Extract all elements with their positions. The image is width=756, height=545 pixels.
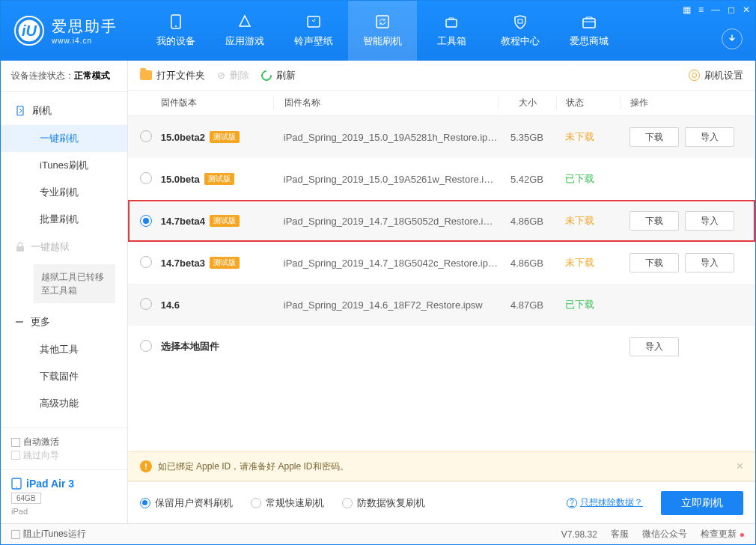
version-label: V7.98.32	[561, 529, 597, 540]
skin-icon[interactable]: ▦	[683, 4, 691, 15]
nav-icon	[236, 13, 254, 30]
delete-button[interactable]: ⊘删除	[217, 69, 249, 82]
erase-data-link[interactable]: ?只想抹除数据？	[567, 496, 643, 509]
flash-icon	[16, 106, 26, 116]
row-status: 未下载	[556, 256, 621, 270]
row-radio[interactable]	[140, 340, 152, 352]
svg-rect-3	[377, 16, 388, 28]
sidebar-flash-item[interactable]: 一键刷机	[1, 125, 127, 152]
firmware-row[interactable]: 14.7beta4测试版iPad_Spring_2019_14.7_18G505…	[128, 200, 755, 242]
row-status: 未下载	[556, 214, 621, 228]
row-status: 已下载	[556, 172, 621, 186]
beta-badge: 测试版	[210, 215, 240, 227]
skip-guide-checkbox[interactable]: 跳过向导	[11, 449, 59, 462]
svg-rect-4	[446, 19, 457, 27]
block-itunes-label: 阻止iTunes运行	[23, 528, 86, 541]
svg-point-10	[16, 487, 17, 488]
download-button[interactable]: 下载	[630, 253, 679, 272]
import-button[interactable]: 导入	[685, 253, 734, 272]
status-label: 设备连接状态：	[11, 70, 74, 81]
sidebar-more-item[interactable]: 其他工具	[1, 336, 127, 363]
beta-badge: 测试版	[204, 173, 234, 185]
choose-local-row[interactable]: 选择本地固件导入	[128, 326, 755, 368]
sidebar-flash-item[interactable]: iTunes刷机	[1, 152, 127, 179]
customer-service-link[interactable]: 客服	[611, 528, 629, 541]
col-version: 固件版本	[161, 97, 273, 109]
brand-logo: iU 爱思助手 www.i4.cn	[1, 16, 131, 46]
sidebar-flash-item[interactable]: 批量刷机	[1, 206, 127, 233]
lock-icon	[16, 242, 25, 252]
firmware-row[interactable]: 14.7beta3测试版iPad_Spring_2019_14.7_18G504…	[128, 242, 755, 284]
row-size: 4.86GB	[498, 258, 556, 269]
delete-icon: ⊘	[217, 70, 225, 81]
download-manager-icon[interactable]	[722, 28, 743, 49]
block-itunes-checkbox[interactable]: 阻止iTunes运行	[11, 528, 86, 541]
row-status: 已下载	[556, 298, 621, 311]
svg-rect-6	[583, 19, 595, 28]
flash-settings-button[interactable]: 刷机设置	[689, 69, 743, 82]
nav-1[interactable]: 应用游戏	[210, 1, 279, 61]
top-nav: 我的设备应用游戏铃声壁纸智能刷机工具箱教程中心爱思商城	[141, 1, 624, 61]
flash-option-label: 保留用户资料刷机	[155, 496, 233, 510]
close-icon[interactable]: ✕	[743, 4, 750, 15]
nav-icon	[374, 13, 391, 30]
brand-name: 爱思助手	[52, 16, 118, 37]
open-folder-button[interactable]: 打开文件夹	[140, 69, 205, 82]
minimize-icon[interactable]: —	[711, 4, 720, 15]
nav-label: 我的设备	[156, 34, 195, 48]
close-alert-icon[interactable]: ×	[737, 460, 743, 473]
nav-0[interactable]: 我的设备	[141, 1, 210, 61]
import-button[interactable]: 导入	[685, 211, 734, 231]
row-radio[interactable]	[140, 172, 152, 184]
section-more[interactable]: 更多	[1, 308, 127, 336]
import-button[interactable]: 导入	[630, 337, 679, 356]
sidebar-flash-item[interactable]: 专业刷机	[1, 179, 127, 206]
row-version: 选择本地固件	[161, 340, 273, 353]
flash-option[interactable]: 保留用户资料刷机	[140, 496, 233, 510]
row-version: 15.0beta2测试版	[161, 131, 273, 143]
nav-5[interactable]: 教程中心	[486, 1, 555, 61]
folder-icon	[140, 70, 152, 80]
list-header: 固件版本 固件名称 大小 状态 操作	[128, 91, 755, 116]
firmware-row[interactable]: 14.6iPad_Spring_2019_14.6_18F72_Restore.…	[128, 284, 755, 326]
brand-site: www.i4.cn	[52, 37, 118, 45]
nav-4[interactable]: 工具箱	[417, 1, 486, 61]
check-update-link[interactable]: 检查更新●	[701, 528, 745, 541]
device-panel: iPad Air 3 64GB iPad	[1, 469, 127, 523]
download-button[interactable]: 下载	[630, 127, 679, 147]
refresh-button[interactable]: 刷新	[261, 69, 296, 82]
nav-label: 应用游戏	[225, 34, 264, 48]
section-jailbreak-label: 一键越狱	[31, 240, 70, 254]
nav-3[interactable]: 智能刷机	[348, 1, 417, 61]
row-radio[interactable]	[140, 215, 152, 227]
firmware-row[interactable]: 15.0beta测试版iPad_Spring_2019_15.0_19A5261…	[128, 158, 755, 200]
skip-guide-label: 跳过向导	[23, 449, 59, 462]
auto-activate-checkbox[interactable]: 自动激活	[11, 436, 59, 448]
menu-icon[interactable]: ≡	[698, 4, 704, 15]
import-button[interactable]: 导入	[685, 127, 734, 147]
flash-option[interactable]: 常规快速刷机	[251, 496, 324, 510]
row-radio[interactable]	[140, 130, 152, 142]
section-flash[interactable]: 刷机	[1, 97, 127, 125]
row-radio[interactable]	[140, 298, 152, 310]
logo-icon: iU	[14, 16, 44, 46]
beta-badge: 测试版	[210, 131, 240, 143]
svg-rect-5	[518, 19, 522, 23]
nav-6[interactable]: 爱思商城	[555, 1, 624, 61]
firmware-row[interactable]: 15.0beta2测试版iPad_Spring_2019_15.0_19A528…	[128, 116, 755, 158]
flash-now-button[interactable]: 立即刷机	[661, 491, 743, 515]
row-name: iPad_Spring_2019_15.0_19A5281h_Restore.i…	[273, 132, 498, 143]
nav-2[interactable]: 铃声壁纸	[279, 1, 348, 61]
row-name: iPad_Spring_2019_14.6_18F72_Restore.ipsw	[273, 299, 498, 311]
download-button[interactable]: 下载	[630, 211, 679, 231]
sidebar-more-item[interactable]: 高级功能	[1, 390, 127, 417]
nav-icon	[442, 13, 460, 30]
sidebar-more-item[interactable]: 下载固件	[1, 363, 127, 390]
col-status: 状态	[556, 97, 621, 109]
flash-option[interactable]: 防数据恢复刷机	[342, 496, 425, 510]
row-radio[interactable]	[140, 256, 152, 268]
maximize-icon[interactable]: ◻	[728, 4, 735, 15]
wechat-link[interactable]: 微信公众号	[642, 528, 687, 541]
device-name[interactable]: iPad Air 3	[11, 478, 117, 490]
section-jailbreak: 一键越狱	[1, 233, 127, 261]
